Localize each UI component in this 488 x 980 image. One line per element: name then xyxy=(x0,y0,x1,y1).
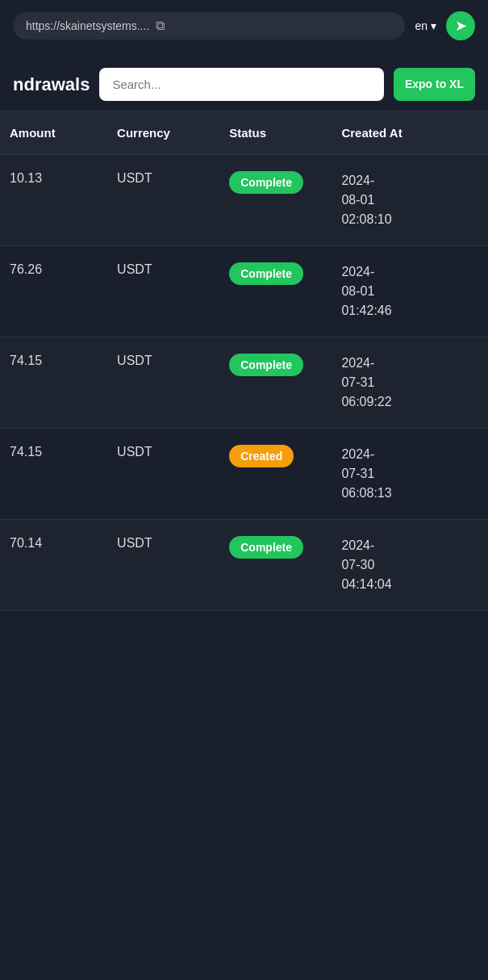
export-button[interactable]: Expo to XL xyxy=(394,68,475,101)
cell-amount: 74.15 xyxy=(0,337,107,429)
cell-status: Complete xyxy=(219,155,332,246)
status-badge: Complete xyxy=(229,536,303,559)
cell-currency: USDT xyxy=(107,520,219,611)
table-header-row: Amount Currency Status Created At xyxy=(0,111,488,155)
copy-icon[interactable]: ⧉ xyxy=(156,19,165,33)
cell-amount: 74.15 xyxy=(0,429,107,520)
page-header: ndrawals Expo to XL xyxy=(0,52,488,111)
url-text: https://skainetsystems.... xyxy=(26,19,149,32)
status-badge: Complete xyxy=(229,171,303,194)
cell-status: Complete xyxy=(219,246,332,337)
cell-currency: USDT xyxy=(107,337,219,429)
cell-currency: USDT xyxy=(107,429,219,520)
column-header-amount: Amount xyxy=(0,111,107,155)
cell-amount: 76.26 xyxy=(0,246,107,337)
cell-created-at: 2024-08-0101:42:46 xyxy=(332,246,488,337)
column-header-created-at: Created At xyxy=(332,111,488,155)
cell-status: Complete xyxy=(219,520,332,611)
cell-currency: USDT xyxy=(107,155,219,246)
cell-currency: USDT xyxy=(107,246,219,337)
cell-status: Created xyxy=(219,429,332,520)
column-header-currency: Currency xyxy=(107,111,219,155)
withdrawals-table: Amount Currency Status Created At 10.13U… xyxy=(0,111,488,611)
status-badge: Complete xyxy=(229,262,303,285)
cell-created-at: 2024-07-3106:09:22 xyxy=(332,337,488,429)
chevron-down-icon: ▾ xyxy=(431,19,436,32)
cell-created-at: 2024-08-0102:08:10 xyxy=(332,155,488,246)
cell-amount: 10.13 xyxy=(0,155,107,246)
cell-created-at: 2024-07-3106:08:13 xyxy=(332,429,488,520)
cell-status: Complete xyxy=(219,337,332,429)
column-header-status: Status xyxy=(219,111,332,155)
cell-amount: 70.14 xyxy=(0,520,107,611)
table-row: 70.14USDTComplete2024-07-3004:14:04 xyxy=(0,520,488,611)
lang-selector[interactable]: en ▾ xyxy=(415,19,436,32)
status-badge: Complete xyxy=(229,354,303,376)
send-icon: ➤ xyxy=(455,17,467,35)
url-bar[interactable]: https://skainetsystems.... ⧉ xyxy=(13,12,405,40)
table-row: 10.13USDTComplete2024-08-0102:08:10 xyxy=(0,155,488,246)
page-title: ndrawals xyxy=(13,74,90,95)
cell-created-at: 2024-07-3004:14:04 xyxy=(332,520,488,611)
table-row: 74.15USDTCreated2024-07-3106:08:13 xyxy=(0,429,488,520)
status-badge: Created xyxy=(229,445,294,467)
top-bar: https://skainetsystems.... ⧉ en ▾ ➤ xyxy=(0,0,488,52)
table-row: 76.26USDTComplete2024-08-0101:42:46 xyxy=(0,246,488,337)
globe-button[interactable]: ➤ xyxy=(446,11,475,40)
table-row: 74.15USDTComplete2024-07-3106:09:22 xyxy=(0,337,488,429)
lang-label: en xyxy=(415,19,428,32)
search-input[interactable] xyxy=(99,68,384,101)
